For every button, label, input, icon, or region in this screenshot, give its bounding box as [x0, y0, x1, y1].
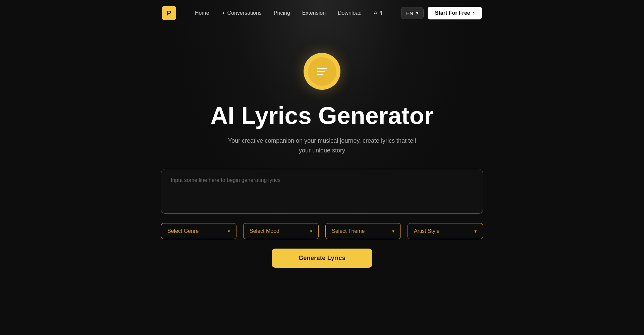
lyrics-input[interactable] — [171, 177, 473, 204]
mood-chevron-icon: ▾ — [310, 228, 312, 234]
artist-dropdown[interactable]: Artist Style ▾ — [408, 223, 483, 239]
logo[interactable]: P — [162, 6, 176, 20]
navigation: P Home ✦ Conversations Pricing Extension… — [0, 0, 644, 26]
genre-dropdown[interactable]: Select Genre ▾ — [161, 223, 236, 239]
dropdowns-row: Select Genre ▾ Select Mood ▾ Select Them… — [161, 223, 483, 239]
nav-extension[interactable]: Extension — [302, 10, 326, 16]
hero-title: AI Lyrics Generator — [210, 102, 434, 129]
svg-text:P: P — [167, 9, 171, 17]
genre-chevron-icon: ▾ — [228, 228, 230, 234]
generate-lyrics-button[interactable]: Generate Lyrics — [272, 249, 372, 268]
svg-rect-3 — [317, 71, 325, 72]
hero-section: AI Lyrics Generator Your creative compan… — [0, 26, 644, 268]
language-selector[interactable]: EN ▾ — [401, 7, 424, 19]
nav-download[interactable]: Download — [338, 10, 362, 16]
nav-home[interactable]: Home — [195, 10, 209, 16]
svg-rect-4 — [317, 74, 323, 75]
nav-links: Home ✦ Conversations Pricing Extension D… — [195, 10, 382, 16]
start-free-button[interactable]: Start For Free › — [428, 7, 482, 19]
hero-icon-inner — [308, 57, 336, 86]
hero-icon-wrapper — [304, 53, 340, 90]
theme-chevron-icon: ▾ — [392, 228, 394, 234]
lyrics-icon — [314, 63, 330, 80]
sparkle-icon: ✦ — [221, 10, 225, 16]
svg-rect-2 — [317, 68, 327, 69]
nav-pricing[interactable]: Pricing — [274, 10, 290, 16]
hero-subtitle: Your creative companion on your musical … — [221, 136, 423, 155]
lyrics-input-container — [161, 169, 483, 214]
nav-right: EN ▾ Start For Free › — [401, 7, 482, 19]
mood-dropdown[interactable]: Select Mood ▾ — [243, 223, 319, 239]
nav-conversations[interactable]: ✦ Conversations — [221, 10, 262, 16]
artist-chevron-icon: ▾ — [474, 228, 477, 234]
nav-api[interactable]: API — [374, 10, 382, 16]
theme-dropdown[interactable]: Select Theme ▾ — [325, 223, 401, 239]
